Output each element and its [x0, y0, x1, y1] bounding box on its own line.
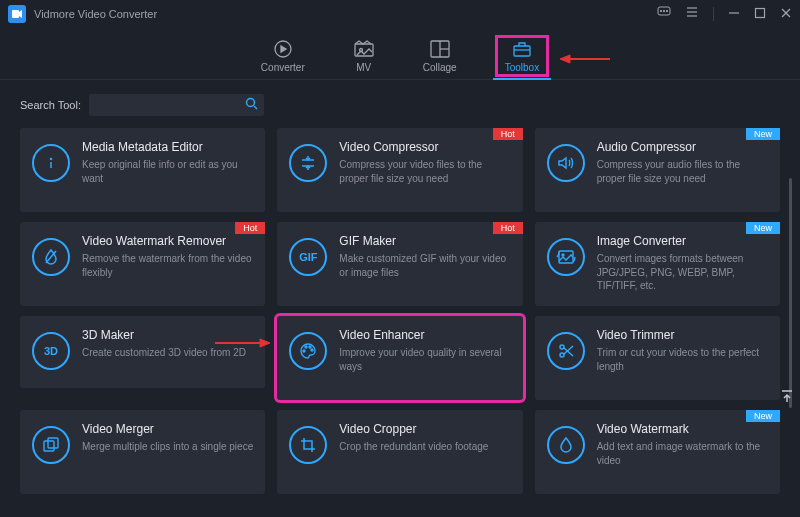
card-title: Video Watermark — [597, 422, 768, 436]
badge-new: New — [746, 410, 780, 422]
tool-video-merger[interactable]: Video Merger Merge multiple clips into a… — [20, 410, 265, 494]
tool-gif-maker[interactable]: Hot GIF GIF Maker Make customized GIF wi… — [277, 222, 522, 306]
tab-converter[interactable]: Converter — [261, 39, 305, 79]
svg-rect-18 — [514, 46, 530, 56]
svg-point-2 — [660, 10, 661, 11]
svg-point-31 — [303, 350, 305, 352]
compress-icon — [289, 144, 327, 182]
converter-icon — [272, 39, 294, 59]
card-title: GIF Maker — [339, 234, 510, 248]
merge-icon — [32, 426, 70, 464]
svg-line-23 — [254, 106, 257, 109]
card-desc: Compress your audio files to the proper … — [597, 158, 768, 185]
scrollbar-thumb[interactable] — [789, 178, 792, 408]
collage-icon — [429, 39, 451, 59]
scroll-to-top-icon[interactable] — [780, 389, 794, 407]
content-area: Search Tool: Media Metadata Editor Keep … — [0, 80, 800, 517]
mv-icon — [353, 39, 375, 59]
crop-icon — [289, 426, 327, 464]
tools-grid: Media Metadata Editor Keep original file… — [20, 128, 780, 494]
card-desc: Make customized GIF with your video or i… — [339, 252, 510, 279]
toolbox-icon — [511, 39, 533, 59]
badge-hot: Hot — [493, 222, 523, 234]
search-input-wrapper[interactable] — [89, 94, 264, 116]
svg-rect-39 — [44, 441, 54, 451]
svg-rect-0 — [12, 10, 19, 18]
card-title: Video Cropper — [339, 422, 510, 436]
card-desc: Crop the redundant video footage — [339, 440, 510, 454]
tool-video-watermark[interactable]: New Video Watermark Add text and image w… — [535, 410, 780, 494]
gif-icon: GIF — [289, 238, 327, 276]
card-title: Video Merger — [82, 422, 253, 436]
menu-icon[interactable] — [685, 5, 699, 23]
titlebar: Vidmore Video Converter — [0, 0, 800, 28]
badge-new: New — [746, 128, 780, 140]
badge-hot: Hot — [235, 222, 265, 234]
app-title: Vidmore Video Converter — [34, 8, 657, 20]
svg-rect-29 — [559, 251, 573, 263]
card-title: Video Enhancer — [339, 328, 510, 342]
tool-video-trimmer[interactable]: Video Trimmer Trim or cut your videos to… — [535, 316, 780, 400]
svg-point-33 — [309, 346, 311, 348]
palette-icon — [289, 332, 327, 370]
card-desc: Merge multiple clips into a single piece — [82, 440, 253, 454]
tool-video-cropper[interactable]: Video Cropper Crop the redundant video f… — [277, 410, 522, 494]
svg-point-4 — [666, 10, 667, 11]
search-input[interactable] — [95, 99, 245, 111]
audio-compress-icon — [547, 144, 585, 182]
card-desc: Add text and image watermark to the vide… — [597, 440, 768, 467]
droplet-icon — [547, 426, 585, 464]
svg-point-30 — [562, 254, 564, 256]
scissors-icon — [547, 332, 585, 370]
minimize-button[interactable] — [728, 5, 740, 23]
svg-rect-40 — [48, 438, 58, 448]
tool-audio-compressor[interactable]: New Audio Compressor Compress your audio… — [535, 128, 780, 212]
svg-marker-42 — [260, 339, 270, 347]
main-tabs: Converter MV Collage Toolbox — [0, 28, 800, 80]
tool-video-enhancer[interactable]: Video Enhancer Improve your video qualit… — [277, 316, 522, 400]
divider — [713, 7, 714, 21]
info-icon — [32, 144, 70, 182]
tool-video-compressor[interactable]: Hot Video Compressor Compress your video… — [277, 128, 522, 212]
card-desc: Remove the watermark from the video flex… — [82, 252, 253, 279]
tab-label: Toolbox — [505, 62, 539, 73]
scrollbar[interactable] — [789, 178, 792, 468]
tool-media-metadata-editor[interactable]: Media Metadata Editor Keep original file… — [20, 128, 265, 212]
svg-point-3 — [663, 10, 664, 11]
tab-label: MV — [356, 62, 371, 73]
card-title: Audio Compressor — [597, 140, 768, 154]
tab-toolbox[interactable]: Toolbox — [505, 39, 539, 79]
droplet-remove-icon — [32, 238, 70, 276]
card-desc: Compress your video files to the proper … — [339, 158, 510, 185]
three-d-icon: 3D — [32, 332, 70, 370]
image-convert-icon — [547, 238, 585, 276]
feedback-icon[interactable] — [657, 5, 671, 23]
card-desc: Convert images formats between JPG/JPEG,… — [597, 252, 768, 293]
search-icon[interactable] — [245, 96, 258, 114]
badge-new: New — [746, 222, 780, 234]
tab-mv[interactable]: MV — [353, 39, 375, 79]
tool-image-converter[interactable]: New Image Converter Convert images forma… — [535, 222, 780, 306]
card-title: Video Compressor — [339, 140, 510, 154]
card-title: Video Watermark Remover — [82, 234, 253, 248]
tool-video-watermark-remover[interactable]: Hot Video Watermark Remover Remove the w… — [20, 222, 265, 306]
svg-point-22 — [246, 99, 254, 107]
card-title: Video Trimmer — [597, 328, 768, 342]
tab-collage[interactable]: Collage — [423, 39, 457, 79]
svg-point-34 — [311, 349, 313, 351]
search-label: Search Tool: — [20, 99, 81, 111]
app-logo-icon — [8, 5, 26, 23]
svg-point-36 — [560, 353, 564, 357]
svg-point-24 — [51, 159, 52, 160]
svg-point-32 — [305, 346, 307, 348]
close-button[interactable] — [780, 5, 792, 23]
svg-marker-21 — [560, 55, 570, 63]
card-desc: Trim or cut your videos to the perfect l… — [597, 346, 768, 373]
tab-label: Collage — [423, 62, 457, 73]
card-title: Media Metadata Editor — [82, 140, 253, 154]
badge-hot: Hot — [493, 128, 523, 140]
maximize-button[interactable] — [754, 5, 766, 23]
card-desc: Improve your video quality in several wa… — [339, 346, 510, 373]
card-desc: Keep original file info or edit as you w… — [82, 158, 253, 185]
window-controls — [657, 5, 792, 23]
